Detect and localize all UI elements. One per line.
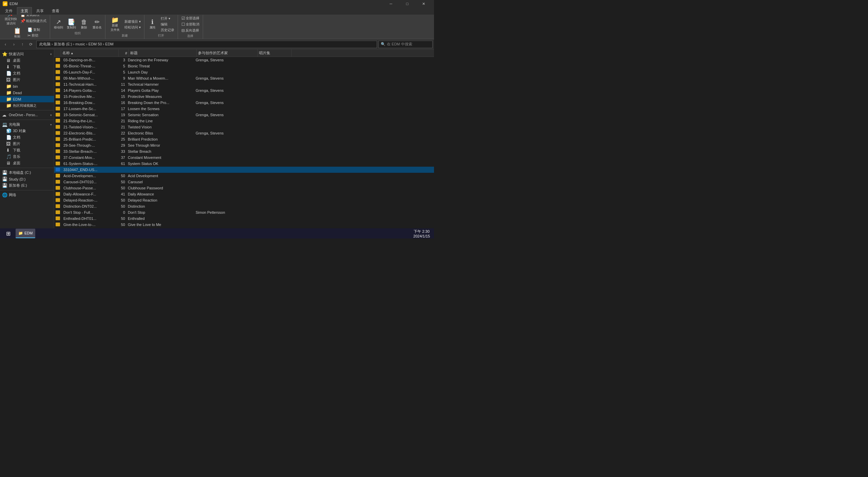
organize-group: ↗ 移动到 📑 复制到 🗑 删除 ✏ 重命名 组织	[50, 15, 105, 39]
header-name[interactable]: 名称 ▲	[61, 49, 119, 57]
header-title[interactable]: 标题	[129, 49, 197, 57]
header-artist[interactable]: 参与创作的艺术家	[197, 49, 258, 57]
table-row[interactable]: 15-Protective-Me...15Protective Measures	[54, 94, 434, 100]
sidebar-item-onedrive[interactable]: ☁ OneDrive - Perso... ▾	[0, 112, 54, 118]
new-folder-button[interactable]: 📁 新建文件夹	[107, 16, 122, 33]
table-row[interactable]: 21-Riding-the-Lin...21Riding the Line	[54, 118, 434, 124]
table-row[interactable]: Acid-Developmen...50Acid Development	[54, 173, 434, 179]
file-icon	[54, 198, 62, 202]
forward-button[interactable]: ›	[10, 40, 18, 48]
table-row[interactable]: 09-Man-Without-...9Man Without a Movem..…	[54, 75, 434, 81]
sidebar-item-bin[interactable]: 📁 bin	[0, 83, 54, 89]
table-row[interactable]: Daily-Allowance-F...41Daily Allowance	[54, 191, 434, 197]
up-button[interactable]: ↑	[18, 40, 26, 48]
table-row[interactable]: Delayed-Reaction-...50Delayed Reaction	[54, 197, 434, 203]
sidebar-item-videos[interactable]: 📁 热区同城视频之	[0, 102, 54, 109]
sidebar-item-desktop[interactable]: 🖥 桌面	[0, 57, 54, 64]
table-row[interactable]: 33-Stellar-Breach-...33Stellar Breach	[54, 148, 434, 154]
close-button[interactable]: ✕	[416, 0, 431, 7]
header-album[interactable]: 唱片集	[258, 49, 292, 57]
pin-icon: 📌	[7, 15, 15, 17]
tab-file[interactable]: 文件	[1, 7, 16, 15]
move-to-button[interactable]: ↗ 移动到	[52, 18, 64, 30]
minimize-button[interactable]: ─	[383, 0, 399, 7]
table-row[interactable]: 37-Constant-Mov...37Constant Movement	[54, 154, 434, 161]
start-button[interactable]: ⊞	[1, 229, 15, 238]
sidebar-item-music[interactable]: 🎵 音乐	[0, 153, 54, 160]
back-button[interactable]: ‹	[1, 40, 9, 48]
table-row[interactable]: 25-Brilliant-Predic...25Brilliant Predic…	[54, 136, 434, 142]
edit-button[interactable]: 编辑	[159, 22, 176, 27]
new-item-button[interactable]: 新建项目 ▾	[123, 19, 142, 24]
sidebar-item-sidedocs[interactable]: 📄 文档	[0, 134, 54, 141]
taskbar-explorer[interactable]: 📁 EDM	[16, 229, 35, 238]
sidebar-item-pictures[interactable]: 🖼 图片	[0, 77, 54, 83]
sidebar-item-thispc[interactable]: 💻 光电脑 ▾	[0, 121, 54, 128]
easy-access-button[interactable]: 经松访问 ▾	[123, 25, 142, 30]
table-row[interactable]: Enthralled-DHT01...50Enthralled	[54, 215, 434, 222]
table-row[interactable]: Distinction-DNT02...50Distinction	[54, 203, 434, 209]
table-row[interactable]: Carousel-DHT010...50Carousel	[54, 179, 434, 185]
history-button[interactable]: 历史记录	[159, 27, 176, 33]
window-title: EDM	[9, 2, 18, 6]
rename-button[interactable]: ✏ 重命名	[91, 18, 103, 30]
table-row[interactable]: 22-Electronic-Blis...22Electronic BlissG…	[54, 130, 434, 136]
copy-path-button[interactable]: 📋 复制路径	[19, 15, 48, 18]
table-row[interactable]: 11-Technical-Ham...11Technical Hammer	[54, 81, 434, 87]
table-row[interactable]: Give-the-Love-to-...50Give the Love to M…	[54, 222, 434, 228]
restore-button[interactable]: □	[399, 0, 415, 7]
sidebar-item-downloads[interactable]: ⬇ 下载	[0, 64, 54, 70]
sidebar-item-sidedownloads[interactable]: ⬇ 下载	[0, 147, 54, 153]
table-row[interactable]: Don't Stop - Full...0Don't StopSimon Pet…	[54, 209, 434, 215]
copy-button[interactable]: 📑 复制	[26, 27, 41, 33]
table-row[interactable]: 21-Twisted-Vision-...21Twisted Vision	[54, 124, 434, 130]
open-button[interactable]: 打开 ▾	[159, 16, 176, 21]
deselect-all-button[interactable]: ☐ 全部取消	[180, 22, 201, 27]
tab-home[interactable]: 主页	[17, 7, 32, 15]
table-row[interactable]: 03-Dancing-on-th...3Dancing on the Freew…	[54, 57, 434, 63]
search-bar[interactable]: 🔍 在 EDM 中搜索	[378, 41, 433, 48]
file-title: Brilliant Prediction	[126, 137, 194, 141]
sidebar-item-quickaccess[interactable]: ⭐ 快速访问 ▾	[0, 51, 54, 57]
tab-view[interactable]: 查看	[48, 7, 63, 15]
table-row[interactable]: Clubhouse-Passe...50Clubhouse Password	[54, 185, 434, 191]
table-row[interactable]: 14-Players-Gotta-...14Players Gotta Play…	[54, 87, 434, 94]
sidebar-item-drivec[interactable]: 💾 本地磁盘 (C:)	[0, 169, 54, 176]
refresh-button[interactable]: ⟳	[27, 40, 35, 48]
sidebar-item-3dobjects[interactable]: 🧊 3D 对象	[0, 128, 54, 134]
file-icon	[54, 101, 62, 104]
header-num[interactable]: #	[119, 49, 129, 57]
table-row[interactable]: 16-Breaking-Dow...16Breaking Down the Pr…	[54, 100, 434, 106]
sidebar-item-network[interactable]: 🌐 网络	[0, 192, 54, 198]
table-row[interactable]: 29-See-Through-...29See Through Mirror	[54, 142, 434, 148]
address-bar[interactable]: 此电脑 › 新加卷 (E:) › music › EDM 50 › EDM	[36, 41, 377, 48]
table-row[interactable]: 3310447_END-US...	[54, 167, 434, 173]
file-name: Carousel-DHT010...	[62, 180, 116, 184]
sidebar-item-dead[interactable]: 📁 Dead	[0, 89, 54, 96]
table-row[interactable]: 17-Loosen-the-Sc...17Loosen the Screws	[54, 106, 434, 112]
properties-button[interactable]: ℹ 属性	[146, 18, 159, 30]
select-all-button[interactable]: ☑ 全部选择	[180, 16, 201, 21]
delete-button[interactable]: 🗑 删除	[78, 18, 90, 30]
file-number: 50	[116, 180, 126, 184]
table-row[interactable]: 05-Launch-Day-F...5Launch Day	[54, 69, 434, 75]
sidebar-item-drivee[interactable]: 💾 新加卷 (E:)	[0, 182, 54, 189]
breadcrumb: 此电脑 › 新加卷 (E:) › music › EDM 50 › EDM	[39, 42, 114, 47]
invert-select-button[interactable]: ⊟ 反向选择	[180, 28, 201, 33]
pin-button[interactable]: 📌 固定到快速访问	[3, 15, 18, 26]
table-row[interactable]: 05-Bionic-Threat-...5Bionic Threat	[54, 63, 434, 69]
tab-share[interactable]: 共享	[33, 7, 47, 15]
sidebar-item-sidepics[interactable]: 🖼 图片	[0, 141, 54, 147]
cut-button[interactable]: ✂ 剪切	[26, 33, 41, 38]
table-row[interactable]: 61-System-Status-...61System Status OK	[54, 161, 434, 167]
paste-button[interactable]: 📋 粘贴	[10, 27, 25, 39]
file-number: 29	[116, 143, 126, 147]
file-name: 09-Man-Without-...	[62, 76, 116, 80]
sidebar-item-edm[interactable]: 📁 EDM	[0, 96, 54, 102]
sidebar-item-drived[interactable]: 💾 Study (D:)	[0, 176, 54, 182]
copy-to-button[interactable]: 📑 复制到	[65, 18, 77, 30]
sidebar-item-documents[interactable]: 📄 文档	[0, 70, 54, 77]
paste-shortcut-button[interactable]: 📌 粘贴快捷方式	[19, 18, 48, 24]
sidebar-item-sidedesktop[interactable]: 🖥 桌面	[0, 160, 54, 166]
table-row[interactable]: 19-Seismic-Sensat...19Seismic SensationG…	[54, 112, 434, 118]
